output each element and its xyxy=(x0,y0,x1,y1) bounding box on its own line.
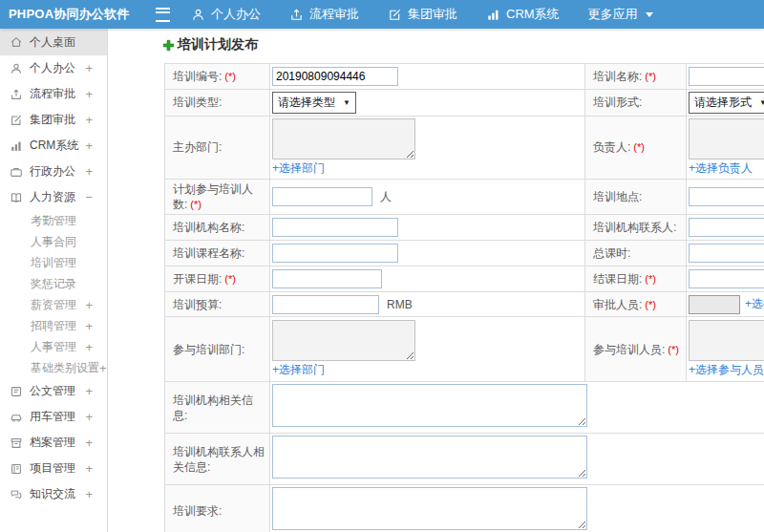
required-mark: (*) xyxy=(668,344,679,355)
select-dept-link[interactable]: +选择部门 xyxy=(272,160,325,177)
sidebar-item-admin-office[interactable]: 行政办公 + xyxy=(0,159,107,184)
field-label: 结课日期: xyxy=(593,272,642,286)
required-mark: (*) xyxy=(224,71,236,82)
edit-square-icon xyxy=(388,8,402,22)
select-leader-link[interactable]: +选择负责人 xyxy=(689,160,753,177)
sidebar-item-hr[interactable]: 人力资源 − xyxy=(0,184,107,210)
sidebar-subitem-hr-contract[interactable]: 人事合同 xyxy=(0,231,107,252)
user-icon xyxy=(191,8,205,22)
sidebar-item-knowledge[interactable]: 知识交流 + xyxy=(0,481,107,507)
sidebar-item-crm[interactable]: CRM系统 + xyxy=(0,133,107,159)
org-info-textarea[interactable] xyxy=(272,384,587,427)
sidebar-item-personal-office[interactable]: 个人办公 + xyxy=(0,55,107,81)
sidebar-item-official-doc[interactable]: 公文管理 + xyxy=(0,378,107,404)
expand-plus-icon[interactable]: + xyxy=(85,384,107,398)
planned-count-input[interactable] xyxy=(272,187,372,206)
sidebar-subitem-attendance[interactable]: 考勤管理 xyxy=(0,210,107,231)
expand-plus-icon[interactable]: + xyxy=(85,436,107,450)
budget-input[interactable] xyxy=(272,295,379,314)
required-mark: (*) xyxy=(645,273,656,285)
select-join-user-link[interactable]: +选择参与人员 xyxy=(689,362,764,378)
home-icon xyxy=(10,35,23,49)
collapse-minus-icon[interactable]: − xyxy=(85,190,107,204)
top-bar: PHPOA协同办公软件 个人办公 流程审批 集团审批 CRM系统 更多应用 xyxy=(0,0,764,29)
total-hours-input[interactable] xyxy=(689,244,764,263)
top-nav-personal-office[interactable]: 个人办公 xyxy=(191,6,261,23)
expand-plus-icon[interactable]: + xyxy=(85,410,107,424)
required-mark: (*) xyxy=(190,199,202,210)
clipboard-icon xyxy=(10,462,23,476)
org-contact-input[interactable] xyxy=(689,218,764,237)
host-dept-textarea[interactable] xyxy=(272,118,415,160)
expand-plus-icon[interactable]: + xyxy=(99,361,108,375)
required-mark: (*) xyxy=(645,71,656,82)
field-label: 培训机构联系人相关信息: xyxy=(173,445,265,474)
field-label: 培训课程名称: xyxy=(173,246,244,260)
top-nav-group-approval[interactable]: 集团审批 xyxy=(388,6,457,23)
select-join-dept-link[interactable]: +选择部门 xyxy=(272,362,325,378)
document-icon xyxy=(10,385,23,398)
required-mark: (*) xyxy=(645,299,656,310)
training-form-select[interactable]: 请选择形式 ▼ xyxy=(689,92,764,114)
chevron-down-icon xyxy=(646,12,653,17)
expand-plus-icon[interactable]: + xyxy=(85,87,107,101)
hamburger-menu-icon[interactable] xyxy=(156,8,170,22)
training-require-textarea[interactable] xyxy=(272,487,587,530)
expand-plus-icon[interactable]: + xyxy=(85,461,107,476)
expand-plus-icon[interactable]: + xyxy=(85,113,107,127)
top-nav: 个人办公 流程审批 集团审批 CRM系统 更多应用 xyxy=(191,6,682,23)
sidebar-item-workflow-approval[interactable]: 流程审批 + xyxy=(0,81,107,107)
sidebar-subitem-reward-punishment[interactable]: 奖惩记录 xyxy=(0,273,107,294)
currency-label: RMB xyxy=(387,298,413,311)
field-label: 参与培训人员: xyxy=(593,343,665,356)
org-contact-info-textarea[interactable] xyxy=(272,436,587,479)
sidebar-subitem-salary[interactable]: 薪资管理 + xyxy=(0,294,107,315)
expand-plus-icon[interactable]: + xyxy=(85,164,107,179)
sidebar: 个人桌面 个人办公 + 流程审批 + 集团审批 + CRM系统 + 行政办公 + xyxy=(0,29,108,532)
green-plus-icon xyxy=(162,39,175,52)
top-nav-workflow-approval[interactable]: 流程审批 xyxy=(289,6,359,23)
select-approver-link[interactable]: +选择审批人员 xyxy=(745,296,764,312)
top-nav-more-apps[interactable]: 更多应用 xyxy=(588,6,653,23)
org-name-input[interactable] xyxy=(272,218,398,237)
field-label: 参与培训部门: xyxy=(173,343,244,356)
course-name-input[interactable] xyxy=(272,244,398,263)
sidebar-subitem-base-category[interactable]: 基础类别设置 + xyxy=(0,357,107,378)
expand-plus-icon[interactable]: + xyxy=(85,61,107,75)
expand-plus-icon[interactable]: + xyxy=(85,487,107,501)
join-dept-textarea[interactable] xyxy=(272,320,415,361)
sidebar-item-personal-desktop[interactable]: 个人桌面 xyxy=(0,29,107,55)
field-label: 培训机构联系人: xyxy=(593,221,676,234)
sidebar-item-project[interactable]: 项目管理 + xyxy=(0,456,107,481)
sidebar-item-vehicle[interactable]: 用车管理 + xyxy=(0,404,107,430)
chevron-down-icon: ▼ xyxy=(759,98,764,107)
expand-plus-icon[interactable]: + xyxy=(85,138,107,153)
leader-textarea[interactable] xyxy=(689,118,764,160)
field-label: 负责人: xyxy=(593,140,630,154)
training-place-input[interactable] xyxy=(689,187,764,206)
training-no-input[interactable] xyxy=(272,67,398,86)
approver-input[interactable] xyxy=(689,295,740,314)
sidebar-item-group-approval[interactable]: 集团审批 + xyxy=(0,107,107,133)
expand-plus-icon[interactable]: + xyxy=(85,298,107,312)
sidebar-subitem-recruitment[interactable]: 招聘管理 + xyxy=(0,315,107,336)
field-label: 开课日期: xyxy=(173,272,222,286)
field-label: 培训名称: xyxy=(593,70,642,83)
join-user-textarea[interactable] xyxy=(689,320,764,361)
expand-plus-icon[interactable]: + xyxy=(85,319,107,333)
field-label: 培训机构名称: xyxy=(173,221,244,234)
training-type-select[interactable]: 请选择类型 ▼ xyxy=(272,92,356,114)
sidebar-subitem-training[interactable]: 培训管理 xyxy=(0,252,107,273)
training-name-input[interactable] xyxy=(689,67,764,86)
field-label: 培训编号: xyxy=(173,70,222,83)
field-label: 培训机构相关信息: xyxy=(173,394,253,422)
sidebar-subitem-personnel[interactable]: 人事管理 + xyxy=(0,336,107,357)
car-icon xyxy=(10,411,23,424)
end-date-input[interactable] xyxy=(689,269,764,288)
expand-plus-icon[interactable]: + xyxy=(85,340,107,354)
field-label: 培训形式: xyxy=(593,96,642,109)
user-icon xyxy=(10,62,23,75)
start-date-input[interactable] xyxy=(272,269,382,288)
top-nav-crm[interactable]: CRM系统 xyxy=(486,6,560,23)
sidebar-item-archive[interactable]: 档案管理 + xyxy=(0,430,107,456)
